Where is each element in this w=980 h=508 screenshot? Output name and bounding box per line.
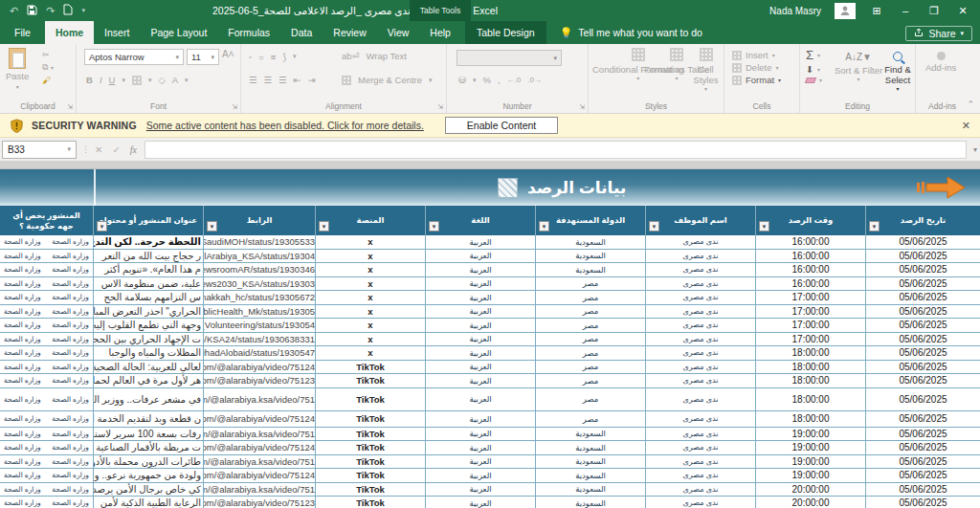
cell-country[interactable]: مصر	[536, 305, 646, 319]
cell-employee[interactable]: ندى مصرى	[646, 250, 756, 263]
restore-button[interactable]: ❐	[926, 5, 942, 17]
tab-insert[interactable]: Insert	[94, 21, 140, 44]
cell-gov[interactable]: وزاره الصحةوزاره الصحة	[0, 235, 94, 249]
tab-review[interactable]: Review	[323, 21, 376, 44]
cell-platform[interactable]: x	[316, 305, 426, 319]
cell-country[interactable]: السعودية	[536, 235, 646, 249]
cell-country[interactable]: السعودية	[536, 455, 646, 469]
cell-date[interactable]: 05/06/2025	[866, 469, 980, 482]
ribbon-display-options-icon[interactable]: ⊞	[869, 5, 884, 17]
increase-indent-icon[interactable]: ⇥	[308, 75, 316, 85]
font-dialog-launcher[interactable]: ⇲	[232, 103, 237, 111]
cell-platform[interactable]: TikTok	[316, 428, 426, 441]
cell-language[interactable]: العربية	[426, 455, 536, 469]
cell-country[interactable]: السعودية	[536, 263, 646, 276]
font-color-icon[interactable]: A	[172, 75, 178, 85]
column-header-7[interactable]: وقت الرصد▼	[756, 206, 866, 235]
cell-title[interactable]: س التزامهم بسلامة الحج	[94, 291, 204, 304]
cell-link[interactable]: bm/@alarabiya.ksa/video/751	[204, 455, 316, 469]
cell-platform[interactable]: TikTok	[316, 374, 426, 387]
tab-data[interactable]: Data	[280, 21, 323, 44]
cell-date[interactable]: 05/06/2025	[866, 263, 980, 276]
cell-country[interactable]: مصر	[536, 361, 646, 374]
column-header-5[interactable]: الدولة المستهدفة▼	[536, 206, 646, 235]
cell-country[interactable]: مصر	[536, 291, 646, 304]
number-format-combo[interactable]: ▾	[457, 50, 562, 66]
expand-formula-bar-icon[interactable]: ▾	[973, 145, 977, 154]
cell-date[interactable]: 05/06/2025	[866, 277, 980, 291]
cell-platform[interactable]: x	[316, 291, 426, 304]
align-right-icon[interactable]: ☰	[278, 75, 287, 85]
cell-date[interactable]: 05/06/2025	[866, 388, 980, 410]
cell-employee[interactable]: ندى مصرى	[646, 428, 756, 441]
fill-color-icon[interactable]: ◇	[158, 75, 165, 85]
cell-title[interactable]: وجهة التي تطمع القلوب إليه	[94, 319, 204, 332]
cell-gov[interactable]: وزاره الصحةوزاره الصحة	[0, 346, 94, 360]
cell-date[interactable]: 05/06/2025	[866, 497, 980, 508]
cell-date[interactable]: 05/06/2025	[866, 319, 980, 332]
decrease-indent-icon[interactable]: ⇤	[294, 75, 301, 85]
cell-gov[interactable]: وزاره الصحةوزاره الصحة	[0, 291, 94, 304]
cell-language[interactable]: العربية	[426, 411, 536, 427]
cell-title[interactable]: علية، ضمن منظومة الاس	[94, 277, 204, 291]
cell-time[interactable]: 17:00:00	[756, 291, 866, 304]
customize-qat-icon[interactable]: ▾	[81, 7, 85, 14]
cell-employee[interactable]: ندى مصرى	[646, 291, 756, 304]
decrease-decimal-icon[interactable]: .0→	[527, 76, 542, 84]
cell-gov[interactable]: وزاره الصحةوزاره الصحة	[0, 469, 94, 482]
cell-date[interactable]: 05/06/2025	[866, 483, 980, 497]
cell-time[interactable]: 17:00:00	[756, 319, 866, 332]
format-painter-icon[interactable]: 🖌	[42, 76, 54, 85]
cell-date[interactable]: 05/06/2025	[866, 250, 980, 263]
cell-country[interactable]: السعودية	[536, 469, 646, 482]
cell-gov[interactable]: وزاره الصحةوزاره الصحة	[0, 374, 94, 387]
cell-language[interactable]: العربية	[426, 374, 536, 387]
enter-entry-icon[interactable]: ✓	[112, 144, 120, 155]
cell-gov[interactable]: وزاره الصحةوزاره الصحة	[0, 319, 94, 332]
cell-time[interactable]: 19:00:00	[756, 455, 866, 469]
cell-country[interactable]: مصر	[536, 346, 646, 360]
cell-time[interactable]: 19:00:00	[756, 428, 866, 441]
cell-employee[interactable]: ندى مصرى	[646, 483, 756, 497]
increase-decimal-icon[interactable]: ←.0	[507, 76, 522, 84]
cell-date[interactable]: 05/06/2025	[866, 333, 980, 346]
column-header-6[interactable]: اسم الموظف▼	[646, 206, 756, 235]
number-dialog-launcher[interactable]: ⇲	[579, 103, 585, 111]
alignment-dialog-launcher[interactable]: ⇲	[437, 103, 443, 111]
align-center-icon[interactable]: ☰	[264, 75, 273, 85]
cell-date[interactable]: 05/06/2025	[866, 428, 980, 441]
cell-country[interactable]: السعودية	[536, 483, 646, 497]
cell-title[interactable]: هر لأول مرة في العالم لحماية الح	[94, 374, 204, 387]
cell-employee[interactable]: ندى مصرى	[646, 411, 756, 427]
warning-close-icon[interactable]: ✕	[962, 120, 970, 132]
save-icon[interactable]	[27, 5, 37, 17]
cell-link[interactable]: com/@alarabiya/video/75123	[204, 497, 316, 508]
cell-language[interactable]: العربية	[426, 469, 536, 482]
name-box[interactable]: B33▾	[2, 141, 77, 159]
collapse-ribbon-icon[interactable]: ⌃	[967, 99, 974, 109]
cell-date[interactable]: 05/06/2025	[866, 374, 980, 387]
cell-date[interactable]: 05/06/2025	[866, 291, 980, 304]
column-header-4[interactable]: اللغة▼	[426, 206, 536, 235]
cell-link[interactable]: m/KSA24/status/1930638331	[204, 333, 316, 346]
cell-employee[interactable]: ندى مصرى	[646, 388, 756, 410]
cell-time[interactable]: 17:00:00	[756, 305, 866, 319]
cell-link[interactable]: com/@alarabiya/video/75123	[204, 374, 316, 387]
cell-platform[interactable]: x	[316, 346, 426, 360]
cell-title[interactable]: رفات بسعة 100 سرير لاستقبال ال	[94, 428, 204, 441]
orientation-icon[interactable]: ⟆	[282, 52, 286, 62]
column-header-0[interactable]: المنشور يخص أي جهه حكومية ؟	[0, 206, 94, 235]
cell-country[interactable]: السعودية	[536, 428, 646, 441]
cell-country[interactable]: مصر	[536, 388, 646, 410]
cell-title[interactable]: اللحظة حرجة.. لكن التدخ	[94, 235, 204, 249]
cell-link[interactable]: lArabiya_KSA/status/19304	[204, 250, 316, 263]
filter-dropdown-icon[interactable]: ▼	[97, 221, 107, 232]
cut-icon[interactable]: ✂	[42, 50, 54, 59]
cell-country[interactable]: مصر	[536, 277, 646, 291]
cell-platform[interactable]: TikTok	[316, 441, 426, 454]
clipboard-dialog-launcher[interactable]: ⇲	[67, 103, 73, 111]
cell-time[interactable]: 18:00:00	[756, 361, 866, 374]
cell-language[interactable]: العربية	[426, 346, 536, 360]
cell-date[interactable]: 05/06/2025	[866, 305, 980, 319]
cell-link[interactable]: bm/@alarabiya.ksa/video/751	[204, 428, 316, 441]
